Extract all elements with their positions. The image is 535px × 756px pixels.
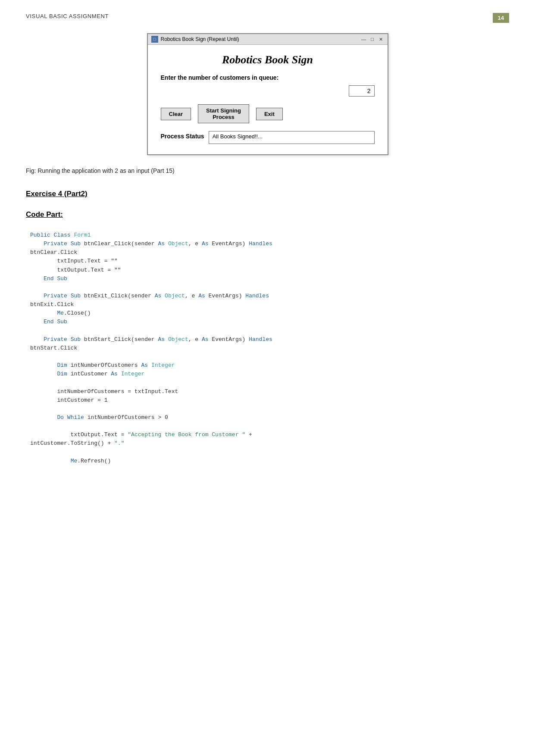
section-heading-exercise: Exercise 4 (Part2) — [26, 190, 509, 198]
window-controls[interactable]: — □ ✕ — [361, 36, 384, 42]
code-line: Public Class Form1 Private Sub btnClear_… — [30, 232, 272, 464]
page-title: VISUAL BASIC ASSIGNMENT — [26, 13, 109, 19]
start-signing-button[interactable]: Start SigningProcess — [198, 104, 249, 123]
status-label: Process Status — [161, 131, 204, 140]
page-header: VISUAL BASIC ASSIGNMENT 14 — [26, 13, 509, 23]
page-number: 14 — [493, 13, 509, 23]
code-block: Public Class Form1 Private Sub btnClear_… — [26, 231, 509, 465]
button-row: Clear Start SigningProcess Exit — [161, 104, 375, 123]
window-mockup: □ Robotics Book Sign (Repeat Until) — □ … — [147, 33, 388, 155]
status-output: All Books Signed!!... — [209, 131, 375, 144]
clear-button[interactable]: Clear — [161, 108, 191, 120]
status-row: Process Status All Books Signed!!... — [161, 131, 375, 144]
app-title: Robotics Book Sign — [161, 53, 375, 66]
prompt-label: Enter the number of customers in queue: — [161, 74, 375, 81]
number-input[interactable] — [349, 85, 375, 97]
exit-button[interactable]: Exit — [256, 108, 283, 120]
window-body: Robotics Book Sign Enter the number of c… — [148, 45, 388, 154]
close-button[interactable]: ✕ — [378, 36, 384, 42]
maximize-button[interactable]: □ — [369, 36, 375, 42]
fig-caption: Fig: Running the application with 2 as a… — [26, 167, 509, 174]
minimize-button[interactable]: — — [361, 36, 367, 42]
app-icon: □ — [151, 36, 158, 43]
window-titlebar: □ Robotics Book Sign (Repeat Until) — □ … — [148, 34, 388, 45]
section-heading-code: Code Part: — [26, 210, 509, 219]
window-title: Robotics Book Sign (Repeat Until) — [161, 36, 239, 42]
titlebar-left: □ Robotics Book Sign (Repeat Until) — [151, 36, 239, 43]
input-row — [161, 85, 375, 97]
